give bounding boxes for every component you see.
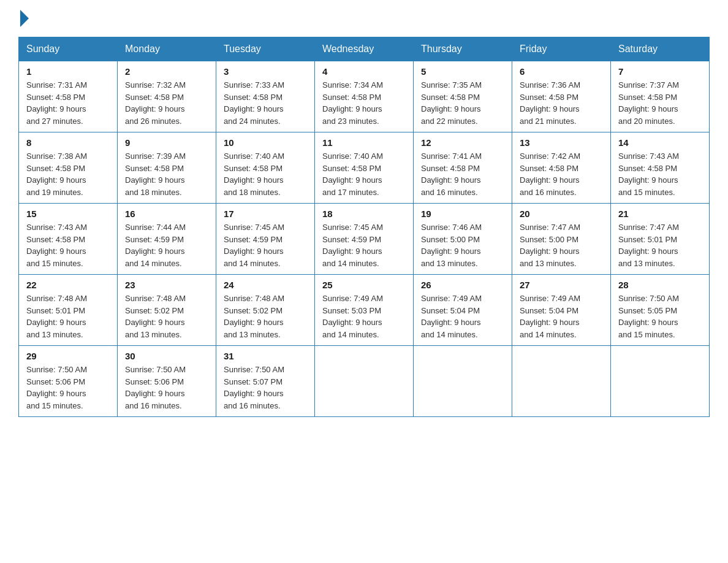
day-info: Sunrise: 7:40 AMSunset: 4:58 PMDaylight:… [224, 151, 284, 197]
calendar-day-cell: 14 Sunrise: 7:43 AMSunset: 4:58 PMDaylig… [611, 132, 710, 204]
day-info: Sunrise: 7:48 AMSunset: 5:02 PMDaylight:… [125, 294, 186, 339]
day-info: Sunrise: 7:50 AMSunset: 5:07 PMDaylight:… [224, 365, 284, 410]
day-info: Sunrise: 7:35 AMSunset: 4:58 PMDaylight:… [421, 80, 482, 126]
day-info: Sunrise: 7:40 AMSunset: 4:58 PMDaylight:… [322, 151, 383, 197]
day-of-week-header: Saturday [611, 37, 710, 61]
calendar-day-cell: 5 Sunrise: 7:35 AMSunset: 4:58 PMDayligh… [414, 61, 512, 132]
day-number: 28 [618, 280, 702, 290]
calendar-day-cell: 20 Sunrise: 7:47 AMSunset: 5:00 PMDaylig… [512, 204, 611, 275]
day-info: Sunrise: 7:50 AMSunset: 5:06 PMDaylight:… [26, 365, 87, 410]
calendar-day-cell: 4 Sunrise: 7:34 AMSunset: 4:58 PMDayligh… [315, 61, 414, 132]
day-number: 1 [26, 66, 110, 77]
day-number: 2 [125, 66, 208, 77]
calendar-day-cell: 18 Sunrise: 7:45 AMSunset: 4:59 PMDaylig… [315, 204, 414, 275]
day-number: 29 [26, 351, 110, 361]
day-info: Sunrise: 7:39 AMSunset: 4:58 PMDaylight:… [125, 151, 186, 197]
calendar-day-cell: 31 Sunrise: 7:50 AMSunset: 5:07 PMDaylig… [216, 346, 315, 417]
logo-arrow-icon [20, 10, 29, 27]
calendar-day-cell: 28 Sunrise: 7:50 AMSunset: 5:05 PMDaylig… [611, 275, 710, 346]
day-number: 26 [421, 280, 504, 290]
calendar-week-row: 8 Sunrise: 7:38 AMSunset: 4:58 PMDayligh… [19, 132, 710, 204]
day-number: 18 [322, 209, 406, 219]
day-number: 3 [224, 66, 307, 77]
day-info: Sunrise: 7:43 AMSunset: 4:58 PMDaylight:… [26, 223, 87, 268]
calendar-table: SundayMondayTuesdayWednesdayThursdayFrid… [18, 37, 710, 417]
day-info: Sunrise: 7:49 AMSunset: 5:03 PMDaylight:… [322, 294, 383, 339]
day-info: Sunrise: 7:45 AMSunset: 4:59 PMDaylight:… [224, 223, 284, 268]
day-number: 13 [520, 137, 603, 148]
calendar-day-cell [512, 346, 611, 417]
day-info: Sunrise: 7:48 AMSunset: 5:01 PMDaylight:… [26, 294, 87, 339]
day-number: 7 [618, 66, 702, 77]
calendar-week-row: 1 Sunrise: 7:31 AMSunset: 4:58 PMDayligh… [19, 61, 710, 132]
calendar-day-cell: 7 Sunrise: 7:37 AMSunset: 4:58 PMDayligh… [611, 61, 710, 132]
day-number: 22 [26, 280, 110, 290]
calendar-week-row: 15 Sunrise: 7:43 AMSunset: 4:58 PMDaylig… [19, 204, 710, 275]
day-of-week-header: Tuesday [216, 37, 315, 61]
day-info: Sunrise: 7:44 AMSunset: 4:59 PMDaylight:… [125, 223, 186, 268]
day-number: 6 [520, 66, 603, 77]
calendar-day-cell: 15 Sunrise: 7:43 AMSunset: 4:58 PMDaylig… [19, 204, 118, 275]
day-number: 12 [421, 137, 504, 148]
calendar-day-cell: 24 Sunrise: 7:48 AMSunset: 5:02 PMDaylig… [216, 275, 315, 346]
calendar-day-cell: 16 Sunrise: 7:44 AMSunset: 4:59 PMDaylig… [118, 204, 216, 275]
day-info: Sunrise: 7:47 AMSunset: 5:01 PMDaylight:… [618, 223, 679, 268]
page-header [18, 12, 710, 25]
calendar-day-cell: 30 Sunrise: 7:50 AMSunset: 5:06 PMDaylig… [118, 346, 216, 417]
calendar-day-cell [611, 346, 710, 417]
calendar-day-cell: 22 Sunrise: 7:48 AMSunset: 5:01 PMDaylig… [19, 275, 118, 346]
day-number: 20 [520, 209, 603, 219]
day-number: 5 [421, 66, 504, 77]
day-info: Sunrise: 7:32 AMSunset: 4:58 PMDaylight:… [125, 80, 186, 126]
calendar-day-cell: 25 Sunrise: 7:49 AMSunset: 5:03 PMDaylig… [315, 275, 414, 346]
day-info: Sunrise: 7:43 AMSunset: 4:58 PMDaylight:… [618, 151, 679, 197]
day-of-week-header: Monday [118, 37, 216, 61]
day-info: Sunrise: 7:50 AMSunset: 5:05 PMDaylight:… [618, 294, 679, 339]
logo [18, 12, 29, 25]
day-info: Sunrise: 7:48 AMSunset: 5:02 PMDaylight:… [224, 294, 284, 339]
day-number: 19 [421, 209, 504, 219]
calendar-day-cell: 11 Sunrise: 7:40 AMSunset: 4:58 PMDaylig… [315, 132, 414, 204]
calendar-day-cell: 23 Sunrise: 7:48 AMSunset: 5:02 PMDaylig… [118, 275, 216, 346]
calendar-day-cell: 1 Sunrise: 7:31 AMSunset: 4:58 PMDayligh… [19, 61, 118, 132]
calendar-week-row: 22 Sunrise: 7:48 AMSunset: 5:01 PMDaylig… [19, 275, 710, 346]
day-number: 21 [618, 209, 702, 219]
calendar-day-cell: 6 Sunrise: 7:36 AMSunset: 4:58 PMDayligh… [512, 61, 611, 132]
day-number: 8 [26, 137, 110, 148]
calendar-week-row: 29 Sunrise: 7:50 AMSunset: 5:06 PMDaylig… [19, 346, 710, 417]
day-number: 27 [520, 280, 603, 290]
day-info: Sunrise: 7:36 AMSunset: 4:58 PMDaylight:… [520, 80, 580, 126]
day-info: Sunrise: 7:49 AMSunset: 5:04 PMDaylight:… [421, 294, 482, 339]
calendar-day-cell: 13 Sunrise: 7:42 AMSunset: 4:58 PMDaylig… [512, 132, 611, 204]
day-number: 15 [26, 209, 110, 219]
day-info: Sunrise: 7:46 AMSunset: 5:00 PMDaylight:… [421, 223, 482, 268]
day-info: Sunrise: 7:42 AMSunset: 4:58 PMDaylight:… [520, 151, 580, 197]
day-info: Sunrise: 7:47 AMSunset: 5:00 PMDaylight:… [520, 223, 580, 268]
day-info: Sunrise: 7:50 AMSunset: 5:06 PMDaylight:… [125, 365, 186, 410]
calendar-day-cell [315, 346, 414, 417]
day-info: Sunrise: 7:49 AMSunset: 5:04 PMDaylight:… [520, 294, 580, 339]
day-of-week-header: Friday [512, 37, 611, 61]
day-number: 10 [224, 137, 307, 148]
calendar-day-cell: 17 Sunrise: 7:45 AMSunset: 4:59 PMDaylig… [216, 204, 315, 275]
calendar-day-cell: 27 Sunrise: 7:49 AMSunset: 5:04 PMDaylig… [512, 275, 611, 346]
day-number: 14 [618, 137, 702, 148]
day-info: Sunrise: 7:31 AMSunset: 4:58 PMDaylight:… [26, 80, 87, 126]
calendar-day-cell: 3 Sunrise: 7:33 AMSunset: 4:58 PMDayligh… [216, 61, 315, 132]
day-number: 24 [224, 280, 307, 290]
day-of-week-header: Thursday [414, 37, 512, 61]
calendar-day-cell: 19 Sunrise: 7:46 AMSunset: 5:00 PMDaylig… [414, 204, 512, 275]
day-info: Sunrise: 7:34 AMSunset: 4:58 PMDaylight:… [322, 80, 383, 126]
calendar-day-cell: 2 Sunrise: 7:32 AMSunset: 4:58 PMDayligh… [118, 61, 216, 132]
day-number: 31 [224, 351, 307, 361]
day-info: Sunrise: 7:37 AMSunset: 4:58 PMDaylight:… [618, 80, 679, 126]
day-number: 4 [322, 66, 406, 77]
calendar-day-cell: 10 Sunrise: 7:40 AMSunset: 4:58 PMDaylig… [216, 132, 315, 204]
calendar-day-cell [414, 346, 512, 417]
day-of-week-header: Wednesday [315, 37, 414, 61]
calendar-day-cell: 9 Sunrise: 7:39 AMSunset: 4:58 PMDayligh… [118, 132, 216, 204]
day-of-week-header: Sunday [19, 37, 118, 61]
day-number: 9 [125, 137, 208, 148]
day-number: 30 [125, 351, 208, 361]
day-number: 11 [322, 137, 406, 148]
